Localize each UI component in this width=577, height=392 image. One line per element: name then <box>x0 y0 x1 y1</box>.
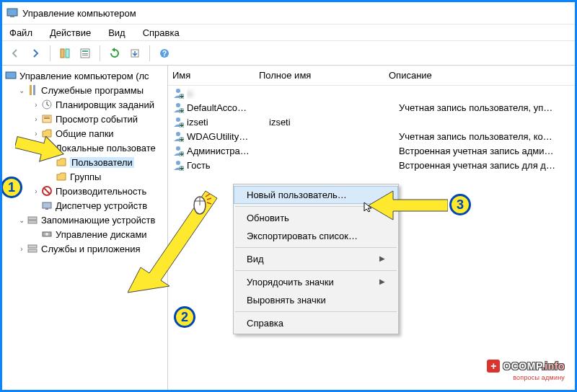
svg-marker-55 <box>369 191 448 220</box>
user-icon <box>172 116 184 128</box>
properties-button[interactable] <box>76 45 94 62</box>
cell-name: DefaultAcco… <box>187 102 269 113</box>
annotation-arrow-1 <box>15 136 73 179</box>
svg-rect-13 <box>33 85 35 95</box>
svg-rect-2 <box>61 49 64 58</box>
cell-desc: Встроенная учетная запись адми… <box>399 146 575 156</box>
mmc-icon <box>6 7 18 19</box>
svg-rect-22 <box>45 208 48 210</box>
col-name[interactable]: Имя <box>172 70 259 81</box>
svg-text:?: ? <box>162 50 167 58</box>
list-item[interactable]: a <box>168 86 575 100</box>
annotation-callout-2: 2 <box>174 306 195 328</box>
right-click-cursor-icon <box>190 192 211 217</box>
svg-rect-11 <box>6 72 16 79</box>
cell-fullname: izseti <box>269 117 399 128</box>
user-icon <box>172 159 184 171</box>
cell-name: WDAGUtility… <box>187 131 269 142</box>
annotation-arrow-3 <box>369 190 448 221</box>
col-desc[interactable]: Описание <box>389 70 575 81</box>
tree-root[interactable]: Управление компьютером (лс <box>2 68 167 83</box>
svg-rect-3 <box>66 49 69 58</box>
window-title: Управление компьютером <box>22 8 136 19</box>
chevron-right-icon: ▶ <box>379 277 385 287</box>
svg-point-37 <box>176 117 180 122</box>
user-icon <box>172 87 184 99</box>
toolbar: ? <box>2 41 575 66</box>
annotation-callout-1: 1 <box>1 177 22 198</box>
svg-rect-16 <box>44 117 50 117</box>
window-titlebar: Управление компьютером <box>2 2 575 24</box>
svg-rect-27 <box>28 245 37 248</box>
user-icon <box>172 102 184 113</box>
tree-services-tools[interactable]: ⌄Служебные программы <box>2 83 167 97</box>
cell-name: Гость <box>187 160 269 171</box>
col-fullname[interactable]: Полное имя <box>259 70 389 81</box>
plus-icon: + <box>487 360 500 373</box>
svg-rect-17 <box>44 118 50 119</box>
menu-view[interactable]: Вид <box>105 26 128 40</box>
watermark: + OCOMP.info <box>487 360 565 373</box>
watermark-subtitle: вопросы админу <box>513 374 565 381</box>
export-button[interactable] <box>126 45 144 62</box>
nav-forward-button[interactable] <box>27 45 44 62</box>
ctx-export[interactable]: Экспортировать список… <box>234 227 398 245</box>
list-item[interactable]: WDAGUtility…Учетная запись пользователя,… <box>168 129 575 143</box>
svg-rect-6 <box>82 53 88 54</box>
svg-point-33 <box>176 103 180 107</box>
user-icon <box>172 145 184 156</box>
help-button[interactable]: ? <box>156 45 173 62</box>
pointer-cursor-icon <box>363 201 374 213</box>
cell-desc: Учетная запись пользователя, уп… <box>399 102 575 113</box>
cell-name: izseti <box>187 117 269 128</box>
ctx-arrange[interactable]: Упорядочить значки▶ <box>234 273 398 291</box>
tree-event-viewer[interactable]: ›Просмотр событий <box>2 112 167 126</box>
list-item[interactable]: izsetiizseti <box>168 115 575 129</box>
svg-rect-12 <box>30 85 32 95</box>
menu-bar: Файл Действие Вид Справка <box>2 24 575 41</box>
svg-point-26 <box>45 233 48 236</box>
ctx-align[interactable]: Выровнять значки <box>234 291 398 309</box>
menu-help[interactable]: Справка <box>140 26 182 40</box>
chevron-right-icon: ▶ <box>379 254 385 264</box>
menu-file[interactable]: Файл <box>6 26 35 40</box>
svg-marker-53 <box>15 136 67 166</box>
show-hide-button[interactable] <box>56 45 74 62</box>
user-icon <box>172 130 184 142</box>
cell-name: Администра… <box>187 146 269 156</box>
svg-rect-23 <box>28 217 37 220</box>
list-item[interactable]: DefaultAcco…Учетная запись пользователя,… <box>168 100 575 115</box>
list-item[interactable]: ГостьВстроенная учетная запись для д… <box>168 158 575 172</box>
svg-rect-0 <box>7 9 17 16</box>
svg-point-49 <box>176 161 180 165</box>
list-item[interactable]: Администра…Встроенная учетная запись адм… <box>168 143 575 158</box>
svg-rect-7 <box>82 55 88 55</box>
cell-desc: Встроенная учетная запись для д… <box>399 160 575 171</box>
refresh-button[interactable] <box>106 45 123 62</box>
tree-task-scheduler[interactable]: ›Планировщик заданий <box>2 97 167 112</box>
nav-back-button[interactable] <box>6 45 24 62</box>
ctx-view[interactable]: Вид▶ <box>234 250 398 268</box>
svg-rect-5 <box>82 50 88 52</box>
svg-point-29 <box>176 89 180 93</box>
annotation-callout-3: 3 <box>449 194 471 215</box>
users-list[interactable]: Имя Полное имя Описание aDefaultAcco…Уче… <box>168 66 575 390</box>
svg-point-41 <box>176 132 180 136</box>
cell-desc: Учетная запись пользователя, ко… <box>399 131 575 142</box>
svg-point-45 <box>176 146 180 151</box>
svg-rect-21 <box>43 202 51 208</box>
svg-rect-1 <box>10 16 14 17</box>
list-header[interactable]: Имя Полное имя Описание <box>168 66 575 86</box>
ctx-help[interactable]: Справка <box>234 314 398 332</box>
cell-name: a <box>187 88 269 99</box>
svg-rect-24 <box>28 220 37 223</box>
svg-rect-28 <box>28 249 37 252</box>
menu-action[interactable]: Действие <box>47 26 94 40</box>
